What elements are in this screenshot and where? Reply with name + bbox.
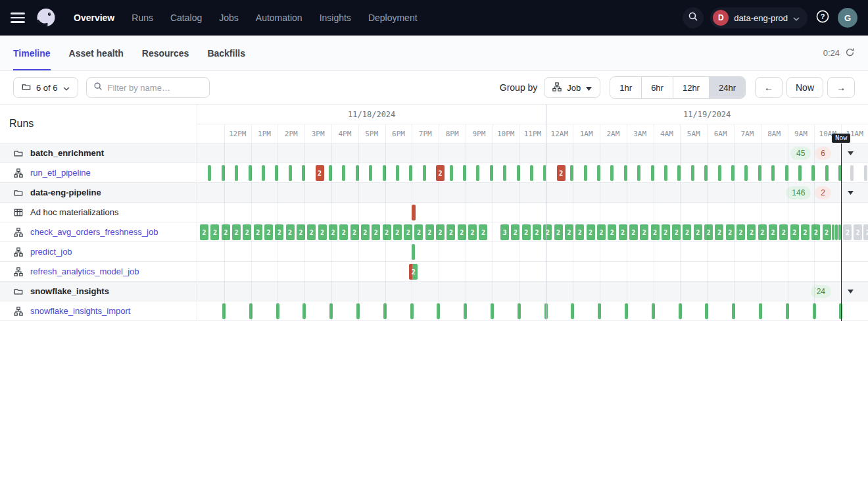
run-bar-success[interactable]	[839, 303, 842, 319]
run-bar-future[interactable]: 2	[854, 224, 862, 240]
run-bar-success[interactable]	[412, 244, 415, 260]
run-bar-success[interactable]	[383, 165, 386, 181]
run-bar-success[interactable]: 2	[726, 224, 735, 240]
run-bar-success[interactable]: 2	[736, 224, 745, 240]
job-name-link[interactable]: snowflake_insights_import	[30, 306, 130, 316]
run-bar-success[interactable]: 2	[361, 224, 370, 240]
run-bar-success[interactable]: 2	[286, 224, 295, 240]
help-button[interactable]: ?	[814, 9, 831, 26]
user-avatar[interactable]: G	[838, 8, 857, 28]
run-bar-success[interactable]	[637, 165, 640, 181]
job-row-run-etl-pipeline[interactable]: run_etl_pipeline222	[0, 163, 868, 183]
collapse-group-button[interactable]	[843, 186, 857, 200]
run-bar-future[interactable]	[850, 165, 854, 181]
run-bar-success[interactable]: 2	[715, 224, 723, 240]
job-name-link[interactable]: predict_job	[30, 247, 72, 257]
run-bar-success[interactable]: 2	[458, 224, 466, 240]
run-bar-success[interactable]: 2	[511, 224, 519, 240]
tab-asset-health[interactable]: Asset health	[69, 36, 124, 70]
run-bar-success[interactable]	[302, 303, 306, 319]
run-bar-success[interactable]	[275, 165, 278, 181]
run-bar-success[interactable]	[262, 165, 265, 181]
nav-item-insights[interactable]: Insights	[320, 13, 351, 23]
run-bar-success[interactable]	[208, 165, 211, 181]
run-bar-success[interactable]: 2	[468, 224, 477, 240]
run-bar-success[interactable]: 2	[372, 224, 380, 240]
run-bar-success[interactable]: 2	[436, 224, 445, 240]
run-bar-success[interactable]	[437, 303, 440, 319]
run-bar-success[interactable]: 2	[683, 224, 691, 240]
group-row-data-eng-pipeline[interactable]: data-eng-pipeline1462	[0, 183, 868, 203]
job-name-link[interactable]: run_etl_pipeline	[30, 168, 91, 178]
run-bar-success[interactable]	[598, 303, 601, 319]
prev-button[interactable]: ←	[755, 77, 783, 98]
run-bar-success[interactable]	[544, 303, 548, 319]
search-button[interactable]	[683, 7, 704, 28]
run-bar-success[interactable]	[786, 303, 789, 319]
run-bar-future[interactable]: 2	[863, 224, 868, 240]
run-bar-success[interactable]: 2	[522, 224, 531, 240]
run-bar-success[interactable]: 2	[640, 224, 648, 240]
run-bar-success[interactable]: 2	[565, 224, 573, 240]
range-24hr[interactable]: 24hr	[709, 77, 745, 98]
run-bar-success[interactable]	[838, 165, 842, 181]
run-bar-success[interactable]: 2	[587, 224, 595, 240]
run-bar-success[interactable]: 2	[339, 224, 348, 240]
run-bar-success[interactable]: 2	[543, 224, 552, 240]
run-bar-success[interactable]: 2	[619, 224, 627, 240]
now-button[interactable]: Now	[786, 77, 823, 98]
run-bar-success[interactable]: 2	[200, 224, 208, 240]
collapse-group-button[interactable]	[843, 284, 857, 299]
run-bar-success[interactable]	[679, 303, 682, 319]
nav-item-deployment[interactable]: Deployment	[368, 13, 418, 23]
group-row-snowflake-insights[interactable]: snowflake_insights24	[0, 282, 868, 301]
filter-input[interactable]	[108, 83, 203, 93]
tab-resources[interactable]: Resources	[142, 36, 189, 70]
run-bar-success[interactable]	[677, 165, 681, 181]
run-bar-success[interactable]	[235, 165, 238, 181]
refresh-icon[interactable]	[845, 47, 855, 59]
run-bar-success[interactable]: 2	[414, 224, 423, 240]
run-bar-success[interactable]	[652, 303, 655, 319]
run-bar-success[interactable]	[410, 303, 414, 319]
run-bar-success[interactable]: 3	[500, 224, 509, 240]
repo-scope-dropdown[interactable]: 6 of 6	[13, 77, 78, 98]
run-bar-success[interactable]	[785, 165, 788, 181]
run-bar-success[interactable]: 2	[383, 224, 391, 240]
run-bar-success[interactable]	[518, 303, 521, 319]
group-by-dropdown[interactable]: Job	[544, 77, 600, 98]
run-bar-success[interactable]	[691, 165, 694, 181]
run-bar-success[interactable]: 2	[404, 224, 412, 240]
run-bar-success[interactable]	[383, 303, 387, 319]
run-bar-success[interactable]	[584, 165, 587, 181]
nav-item-overview[interactable]: Overview	[74, 13, 114, 23]
run-bar-success[interactable]: 2	[704, 224, 713, 240]
run-bar-success[interactable]	[409, 165, 412, 181]
run-bar-success[interactable]: 2	[329, 224, 337, 240]
run-bar-success[interactable]	[811, 165, 815, 181]
run-bar-success[interactable]: 2	[350, 224, 359, 240]
run-bar-success[interactable]	[530, 165, 533, 181]
run-bar-success[interactable]: 2	[232, 224, 241, 240]
run-bar-success[interactable]: 2	[554, 224, 563, 240]
run-bar-success[interactable]: 2	[608, 224, 616, 240]
run-bar-success[interactable]	[517, 165, 520, 181]
job-row-refresh-analytics-model-job[interactable]: refresh_analytics_model_job2	[0, 262, 868, 282]
nav-item-jobs[interactable]: Jobs	[219, 13, 239, 23]
run-bar-success[interactable]	[476, 165, 479, 181]
run-bar-success[interactable]: 2	[672, 224, 681, 240]
job-name-link[interactable]: check_avg_orders_freshness_job	[30, 227, 158, 237]
run-bar-success[interactable]	[718, 165, 721, 181]
run-bar-success[interactable]	[356, 165, 359, 181]
run-bar-success[interactable]: 2	[243, 224, 251, 240]
run-bar-success[interactable]	[423, 165, 426, 181]
run-bar-success[interactable]	[744, 165, 748, 181]
run-bar-success[interactable]	[835, 224, 838, 240]
run-bar-success[interactable]	[222, 303, 226, 319]
run-bar-success[interactable]: 2	[747, 224, 756, 240]
run-bar-success[interactable]: 2	[779, 224, 788, 240]
run-bar-success[interactable]: 2	[264, 224, 273, 240]
run-bar-failure[interactable]	[412, 205, 416, 220]
next-button[interactable]: →	[827, 77, 855, 98]
run-bar-success[interactable]	[356, 303, 360, 319]
